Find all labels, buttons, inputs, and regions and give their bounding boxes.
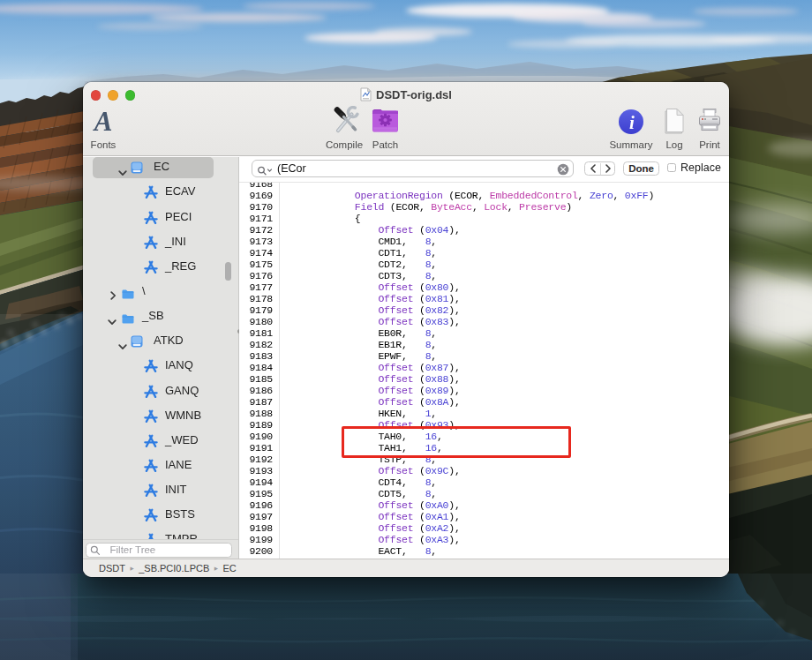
- svg-text:i: i: [629, 112, 635, 133]
